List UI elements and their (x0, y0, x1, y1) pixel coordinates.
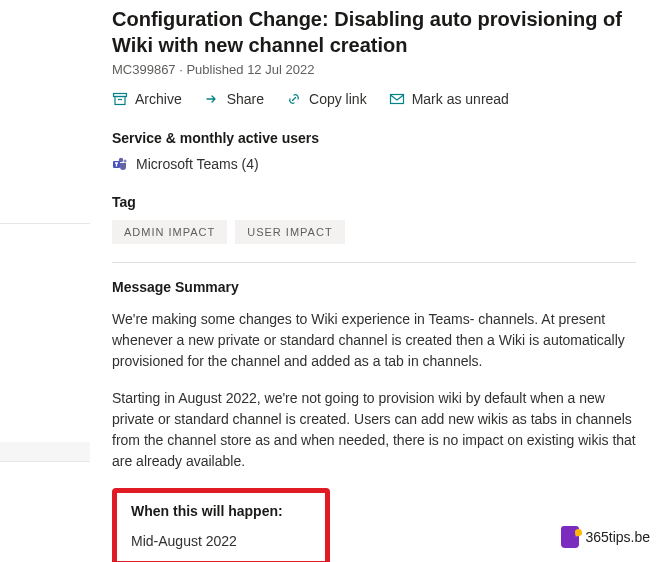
left-rail (0, 0, 90, 562)
summary-paragraph-2: Starting in August 2022, we're not going… (112, 388, 636, 472)
service-section-label: Service & monthly active users (112, 130, 636, 146)
section-divider (112, 262, 636, 263)
svg-point-5 (124, 160, 127, 163)
watermark-text: 365tips.be (585, 529, 650, 545)
teams-icon (112, 156, 128, 172)
link-icon (286, 91, 302, 107)
message-title: Configuration Change: Disabling auto pro… (112, 6, 636, 58)
copy-link-button[interactable]: Copy link (286, 91, 367, 107)
mark-unread-label: Mark as unread (412, 91, 509, 107)
message-panel: Configuration Change: Disabling auto pro… (90, 0, 662, 562)
tag-section-label: Tag (112, 194, 636, 210)
share-icon (204, 91, 220, 107)
tag-list: ADMIN IMPACT USER IMPACT (112, 220, 636, 244)
summary-paragraph-1: We're making some changes to Wiki experi… (112, 309, 636, 372)
tag-admin-impact: ADMIN IMPACT (112, 220, 227, 244)
mark-unread-button[interactable]: Mark as unread (389, 91, 509, 107)
service-product: Microsoft Teams (4) (136, 156, 259, 172)
svg-rect-1 (115, 97, 125, 105)
share-button[interactable]: Share (204, 91, 264, 107)
action-toolbar: Archive Share Copy link Mark as unread (112, 91, 636, 130)
archive-label: Archive (135, 91, 182, 107)
tag-user-impact: USER IMPACT (235, 220, 344, 244)
archive-button[interactable]: Archive (112, 91, 182, 107)
highlight-heading: When this will happen: (131, 503, 311, 519)
mail-icon (389, 91, 405, 107)
copy-link-label: Copy link (309, 91, 367, 107)
message-summary-label: Message Summary (112, 279, 636, 295)
watermark-icon (561, 526, 579, 548)
watermark: 365tips.be (561, 526, 650, 548)
archive-icon (112, 91, 128, 107)
service-row: Microsoft Teams (4) (112, 156, 636, 172)
share-label: Share (227, 91, 264, 107)
highlight-value: Mid-August 2022 (131, 533, 311, 549)
message-meta: MC399867 · Published 12 Jul 2022 (112, 62, 636, 77)
highlight-callout: When this will happen: Mid-August 2022 (112, 488, 330, 562)
